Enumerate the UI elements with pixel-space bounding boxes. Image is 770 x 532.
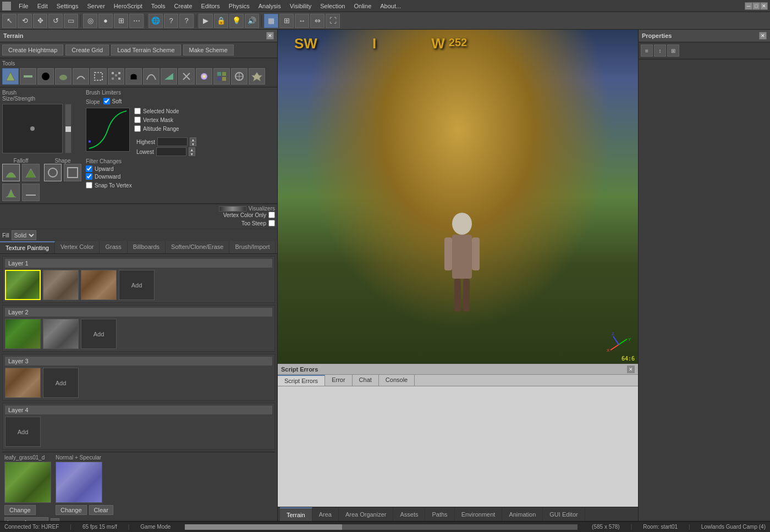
toolbar-lock[interactable]: 🔒 — [214, 14, 228, 28]
toolbar-rotate[interactable]: ↺ — [48, 14, 63, 28]
layer-select[interactable]: Layer 1 — [4, 517, 48, 521]
lowest-input[interactable] — [156, 147, 186, 156]
script-errors-close[interactable]: ✕ — [627, 365, 635, 373]
menu-analysis[interactable]: Analysis — [254, 2, 285, 10]
vertex-color-only-checkbox[interactable] — [268, 212, 275, 218]
layer-3-add-btn[interactable]: Add — [43, 368, 79, 398]
viewport[interactable]: SW I W 252 — [278, 30, 638, 364]
tool-extra1[interactable] — [231, 68, 248, 85]
tool-stamp[interactable] — [125, 68, 142, 85]
prop-btn-1[interactable]: ≡ — [641, 45, 653, 57]
layer-1-add-btn[interactable]: Add — [119, 270, 155, 300]
tool-extra2[interactable] — [249, 68, 265, 85]
brush-strength-handle[interactable] — [65, 126, 71, 132]
vertex-mask-checkbox[interactable] — [134, 117, 141, 123]
highest-input[interactable] — [157, 137, 188, 146]
menu-physics[interactable]: Physics — [224, 2, 254, 10]
tool-color[interactable] — [196, 68, 212, 85]
tool-noise[interactable] — [108, 68, 124, 85]
vis-slider[interactable] — [219, 206, 246, 212]
window-maximize[interactable]: □ — [752, 2, 760, 10]
se-tab-script-errors[interactable]: Script Errors — [278, 375, 325, 386]
tab-grass[interactable]: Grass — [100, 241, 127, 253]
bottom-tab-paths[interactable]: Paths — [425, 507, 454, 521]
tool-ramp[interactable] — [161, 68, 177, 85]
layer-1-thumb-2[interactable] — [81, 270, 117, 300]
toolbar-grid2[interactable]: ⊞ — [279, 14, 294, 28]
toolbar-vert[interactable]: ⇔ — [310, 14, 324, 28]
shape-circle[interactable] — [44, 164, 62, 181]
layer-2-thumb-1[interactable] — [43, 319, 79, 349]
falloff-btn-2[interactable] — [22, 164, 40, 181]
tab-soften-clone[interactable]: Soften/Clone/Erase — [166, 241, 229, 253]
toolbar-sound[interactable]: 🔊 — [245, 14, 259, 28]
bottom-tab-gui-editor[interactable]: GUI Editor — [543, 507, 585, 521]
toolbar-move[interactable]: ⟲ — [18, 14, 32, 28]
tab-texture-painting[interactable]: Texture Painting — [0, 241, 55, 253]
toolbar-arrow[interactable]: ▶ — [199, 14, 213, 28]
tool-smooth[interactable] — [37, 68, 54, 85]
toolbar-select[interactable]: ↖ — [2, 14, 16, 28]
make-scheme-btn[interactable]: Make Scheme — [183, 45, 234, 56]
bottom-tab-area[interactable]: Area — [312, 507, 339, 521]
bottom-tab-assets[interactable]: Assets — [393, 507, 425, 521]
tool-select[interactable] — [90, 68, 107, 85]
toolbar-more[interactable]: ⋯ — [129, 14, 144, 28]
menu-file[interactable]: File — [14, 2, 33, 10]
menu-create[interactable]: Create — [170, 2, 197, 10]
layer-1-thumb-1[interactable] — [43, 270, 79, 300]
prop-btn-3[interactable]: ⊞ — [667, 45, 679, 57]
se-tab-console[interactable]: Console — [379, 375, 415, 386]
menu-about[interactable]: About... — [376, 2, 405, 10]
load-terrain-scheme-btn[interactable]: Load Terrain Scheme — [111, 45, 180, 56]
falloff-btn-1[interactable] — [2, 164, 20, 181]
toolbar-globe[interactable]: 🌐 — [148, 14, 163, 28]
too-steep-checkbox[interactable] — [268, 220, 275, 226]
toolbar-horiz[interactable]: ↔ — [295, 14, 309, 28]
create-grid-btn[interactable]: Create Grid — [65, 45, 109, 56]
menu-tools[interactable]: Tools — [147, 2, 170, 10]
se-tab-error[interactable]: Error — [325, 375, 352, 386]
toolbar-grid-active[interactable]: ▦ — [264, 14, 278, 28]
downward-checkbox[interactable] — [86, 173, 92, 180]
brush-strength-slider[interactable] — [65, 104, 72, 153]
tool-cut[interactable] — [178, 68, 195, 85]
properties-close-btn[interactable]: ✕ — [759, 32, 767, 40]
menu-heroscript[interactable]: HeroScript — [109, 2, 147, 10]
lowest-up[interactable]: ▲ — [189, 147, 195, 152]
menu-settings[interactable]: Settings — [52, 2, 83, 10]
layer-4-add-btn[interactable]: Add — [5, 417, 41, 447]
bottom-tab-terrain[interactable]: Terrain — [280, 507, 312, 521]
falloff-btn-4[interactable] — [22, 184, 40, 201]
selected-node-checkbox[interactable] — [134, 108, 141, 114]
toolbar-paint[interactable]: ● — [98, 14, 113, 28]
highest-up[interactable]: ▲ — [190, 137, 196, 142]
window-minimize[interactable]: ─ — [745, 2, 752, 10]
toolbar-help2[interactable]: ? — [179, 14, 194, 28]
toolbar-cursor[interactable]: ⛶ — [326, 14, 340, 28]
highest-down[interactable]: ▼ — [190, 142, 196, 146]
tool-flatten[interactable] — [20, 68, 36, 85]
tab-billboards[interactable]: Billboards — [128, 241, 166, 253]
tool-raise[interactable] — [2, 68, 19, 85]
create-heightmap-btn[interactable]: Create Heightmap — [2, 45, 63, 56]
menu-server[interactable]: Server — [82, 2, 109, 10]
tool-erode[interactable] — [73, 68, 89, 85]
bottom-tab-animation[interactable]: Animation — [502, 507, 543, 521]
bottom-tab-environment[interactable]: Environment — [455, 507, 503, 521]
menu-edit[interactable]: Edit — [33, 2, 52, 10]
lowest-down[interactable]: ▼ — [189, 152, 195, 156]
tab-vertex-color[interactable]: Vertex Color — [55, 241, 100, 253]
normal-clear-btn[interactable]: Clear — [89, 505, 113, 515]
tool-paint[interactable] — [55, 68, 72, 85]
layer-3-thumb-0[interactable] — [5, 368, 41, 398]
tab-brush-import[interactable]: Brush/Import — [229, 241, 276, 253]
menu-selection[interactable]: Selection — [316, 2, 349, 10]
snap-to-vertex-checkbox[interactable] — [86, 182, 92, 189]
window-close[interactable]: ✕ — [760, 2, 768, 10]
soft-checkbox[interactable] — [103, 98, 110, 104]
layer-2-thumb-0[interactable] — [5, 319, 41, 349]
toolbar-grid[interactable]: ⊞ — [114, 14, 128, 28]
layer-1-thumb-0[interactable] — [5, 270, 41, 300]
fill-select[interactable]: Solid — [12, 230, 36, 240]
